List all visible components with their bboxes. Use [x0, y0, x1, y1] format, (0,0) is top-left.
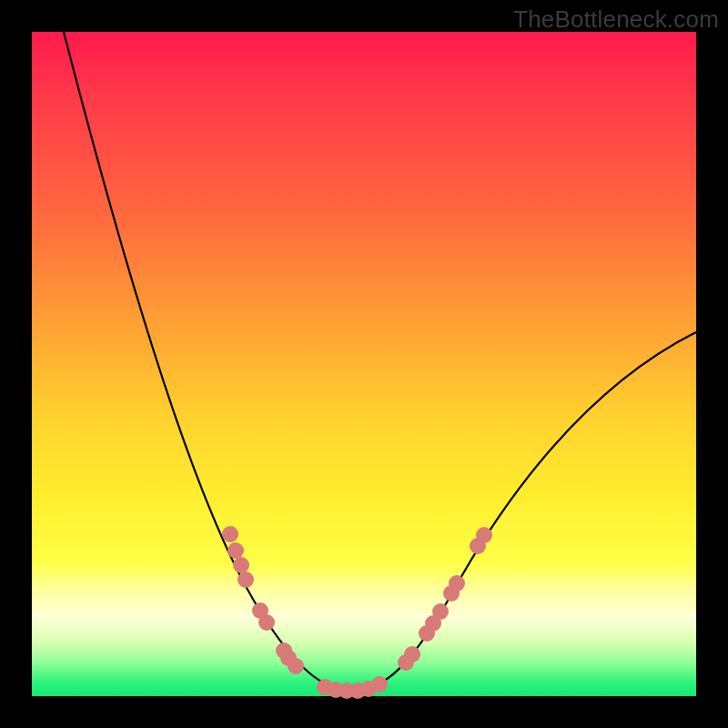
- data-point: [476, 527, 492, 543]
- data-point: [404, 646, 420, 662]
- data-point: [449, 575, 465, 592]
- watermark-text: TheBottleneck.com: [513, 5, 719, 34]
- data-points-group: [222, 526, 492, 699]
- data-point: [432, 603, 449, 620]
- data-point: [288, 658, 304, 674]
- data-point: [371, 676, 388, 693]
- data-point: [238, 571, 254, 588]
- data-point: [222, 526, 238, 542]
- data-point: [258, 614, 275, 631]
- plot-area: [32, 32, 696, 696]
- data-point: [233, 557, 249, 573]
- bottleneck-curve: [64, 32, 696, 691]
- chart-frame: TheBottleneck.com: [0, 0, 728, 728]
- chart-svg: [32, 32, 696, 696]
- data-point: [228, 542, 244, 559]
